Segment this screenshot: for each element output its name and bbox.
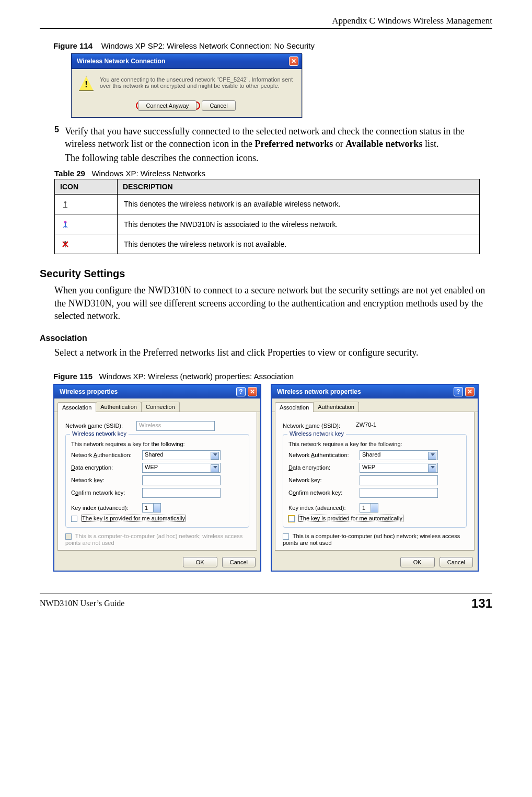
key-message: This network requires a key for the foll… [288, 441, 461, 447]
help-icon[interactable]: ? [454, 387, 463, 396]
dialog-a-title: Wireless properties [60, 388, 118, 395]
auto-key-label: The key is provided for me automatically [298, 515, 403, 522]
connect-anyway-button[interactable]: Connect Anyway [138, 100, 196, 111]
auth-label: Network Authentication: [288, 452, 360, 458]
ssid-field: Wireless [136, 421, 215, 431]
ckey-label: Confirm network key: [71, 489, 142, 496]
tab-authentication[interactable]: Authentication [96, 402, 142, 412]
auto-key-checkbox[interactable] [288, 516, 295, 522]
row-desc: This denotes the wireless network is an … [118, 194, 480, 214]
tab-authentication[interactable]: Authentication [313, 402, 359, 412]
associated-icon [61, 220, 70, 229]
wireless-key-fieldset: Wireless network key This network requir… [283, 434, 467, 528]
ssid-label: Network name (SSID): [65, 423, 136, 429]
dialog-b-tabs: Association Authentication [272, 398, 478, 412]
adhoc-label: This is a computer-to-computer (ad hoc) … [65, 533, 242, 546]
figure-114-caption: Figure 114 Windows XP SP2: Wireless Netw… [53, 41, 492, 50]
key-index-spinner[interactable]: 1 [142, 503, 161, 513]
tab-association[interactable]: Association [57, 402, 96, 412]
running-header: Appendix C Windows Wireless Management [40, 16, 492, 26]
header-rule [40, 28, 492, 29]
wireless-properties-dialog-a: Wireless properties ? ✕ Association Auth… [53, 384, 261, 572]
table-29-label: Table 29 [54, 169, 85, 178]
cancel-button[interactable]: Cancel [202, 100, 235, 111]
no-security-dialog: Wireless Network Connection ✕ You are co… [71, 53, 302, 118]
enc-label: Data encryption: [288, 464, 360, 471]
dialog-b-body: Network name (SSID): ZW70-1 Wireless net… [275, 412, 475, 551]
chevron-down-icon [431, 453, 435, 456]
nkey-label: Network key: [71, 477, 142, 483]
spinner-arrows-icon[interactable] [153, 504, 160, 512]
icon-description-table: ICON DESCRIPTION This denotes the wirele… [54, 179, 480, 255]
step-text: Verify that you have successfully connec… [65, 125, 492, 151]
close-icon[interactable]: ✕ [248, 387, 257, 396]
tab-connection[interactable]: Connection [141, 402, 180, 412]
table-row: This denotes the NWD310N is associated t… [55, 214, 480, 234]
row-desc: This denotes the wireless network is not… [118, 234, 480, 254]
figure-114-label: Figure 114 [53, 41, 92, 50]
adhoc-checkbox[interactable] [283, 533, 289, 540]
step-text-b: or [336, 139, 346, 149]
enc-label: Data encryption: [71, 464, 142, 471]
association-heading: Association [40, 334, 492, 343]
enc-select[interactable]: WEP [360, 463, 438, 473]
dialog-b-title: Wireless network properties [277, 388, 361, 395]
wireless-key-fieldset: Wireless network key This network requir… [65, 434, 249, 528]
spinner-arrows-icon[interactable] [371, 504, 378, 512]
enc-select[interactable]: WEP [142, 463, 221, 473]
nkey-label: Network key: [288, 477, 360, 483]
dialog-a-titlebar: Wireless properties ? ✕ [54, 385, 260, 398]
ssid-field[interactable]: ZW70-1 [354, 421, 432, 431]
adhoc-label: This is a computer-to-computer (ad hoc) … [283, 533, 460, 546]
auth-select[interactable]: Shared [142, 450, 221, 460]
footer-guide: NWD310N User’s Guide [40, 599, 124, 608]
wireless-properties-dialog-b: Wireless network properties ? ✕ Associat… [271, 384, 479, 572]
chevron-down-icon [213, 453, 217, 456]
cancel-button[interactable]: Cancel [440, 557, 473, 567]
ok-button[interactable]: OK [400, 557, 435, 567]
th-icon: ICON [55, 179, 118, 194]
ssid-label: Network name (SSID): [283, 423, 354, 429]
fieldset-legend: Wireless network key [287, 430, 346, 437]
auto-key-checkbox[interactable] [71, 516, 77, 522]
confirm-key-field[interactable] [360, 488, 438, 498]
figure-114-title: Windows XP SP2: Wireless Network Connect… [101, 41, 315, 50]
ok-button[interactable]: OK [183, 557, 217, 567]
table-row: This denotes the wireless network is not… [55, 234, 480, 254]
dialog-message: You are connecting to the unsecured netw… [100, 76, 294, 91]
network-key-field[interactable] [360, 475, 438, 485]
dialog-a-body: Network name (SSID): Wireless Wireless n… [57, 412, 257, 551]
confirm-key-field[interactable] [142, 488, 221, 498]
help-icon[interactable]: ? [236, 387, 246, 396]
step-bold-b: Available networks [345, 139, 422, 149]
step-number: 5 [54, 125, 65, 151]
step-text-c: list. [425, 139, 439, 149]
network-key-field[interactable] [142, 475, 221, 485]
step-followup: The following table describes the connec… [65, 153, 492, 164]
th-description: DESCRIPTION [118, 179, 480, 194]
dialog-b-titlebar: Wireless network properties ? ✕ [272, 385, 478, 398]
auth-select[interactable]: Shared [360, 450, 438, 460]
antenna-icon [61, 200, 70, 209]
table-29-caption: Table 29 Windows XP: Wireless Networks [54, 169, 492, 178]
row-desc: This denotes the NWD310N is associated t… [118, 214, 480, 234]
close-icon[interactable]: ✕ [465, 387, 475, 396]
step-5: 5 Verify that you have successfully conn… [54, 125, 492, 151]
connect-anyway-highlight: Connect Anyway [136, 101, 200, 110]
tab-association[interactable]: Association [275, 402, 314, 412]
security-settings-para: When you configure the NWD310N to connec… [54, 284, 492, 322]
cancel-button[interactable]: Cancel [222, 557, 256, 567]
figure-115-caption: Figure 115 Windows XP: Wireless (network… [53, 372, 492, 381]
step-bold-a: Preferred networks [255, 139, 333, 149]
unavailable-icon [61, 240, 70, 248]
ckey-label: Confirm network key: [288, 489, 360, 496]
fieldset-legend: Wireless network key [70, 430, 129, 437]
dialog-titlebar: Wireless Network Connection ✕ [72, 54, 302, 69]
table-row: This denotes the wireless network is an … [55, 194, 480, 214]
figure-115-title: Windows XP: Wireless (network) propertie… [99, 372, 294, 381]
dialog-a-tabs: Association Authentication Connection [54, 398, 260, 412]
key-index-spinner[interactable]: 1 [360, 503, 378, 513]
close-icon[interactable]: ✕ [289, 56, 298, 66]
association-para: Select a network in the Preferred networ… [54, 346, 492, 359]
page-number: 131 [471, 596, 492, 611]
